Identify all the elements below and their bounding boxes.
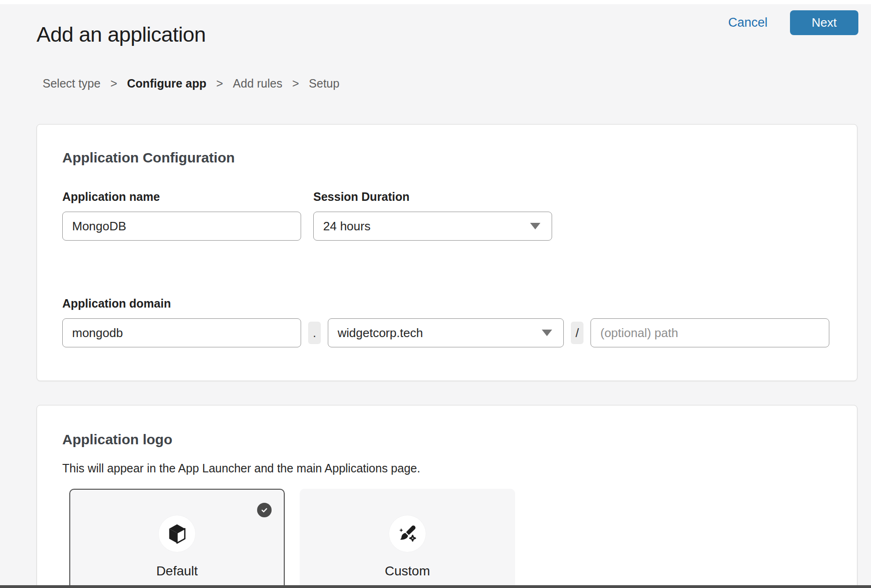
custom-logo-circle — [389, 515, 426, 552]
default-logo-circle — [159, 515, 195, 552]
domain-select[interactable]: widgetcorp.tech — [328, 318, 564, 347]
logo-option-label: Custom — [385, 564, 430, 579]
step-configure-app[interactable]: Configure app — [127, 77, 206, 90]
logo-option-label: Default — [156, 564, 198, 579]
logo-heading: Application logo — [62, 432, 832, 448]
logo-option-custom[interactable]: Custom — [300, 489, 515, 588]
application-configuration-card: Application Configuration Application na… — [37, 124, 857, 381]
step-separator: > — [111, 77, 118, 90]
application-name-input[interactable] — [62, 212, 301, 241]
next-button[interactable]: Next — [790, 10, 858, 35]
step-select-type[interactable]: Select type — [43, 77, 101, 90]
chevron-down-icon — [530, 223, 540, 229]
logo-option-default[interactable]: Default — [69, 489, 285, 588]
paintbrush-icon — [397, 523, 418, 544]
header-actions: Cancel Next — [728, 10, 858, 35]
step-add-rules[interactable]: Add rules — [233, 77, 282, 90]
path-input[interactable] — [591, 318, 829, 347]
session-duration-value: 24 hours — [323, 219, 370, 234]
step-separator: > — [292, 77, 299, 90]
session-duration-label: Session Duration — [313, 190, 552, 204]
logo-options: Default Custom — [69, 489, 832, 588]
bottom-edge-bar — [0, 585, 871, 588]
step-separator: > — [216, 77, 223, 90]
check-icon — [260, 506, 269, 514]
domain-value: widgetcorp.tech — [338, 326, 423, 340]
wizard-steps: Select type > Configure app > Add rules … — [43, 77, 340, 90]
logo-description: This will appear in the App Launcher and… — [62, 462, 832, 475]
selected-check-badge — [257, 503, 272, 517]
session-duration-select[interactable]: 24 hours — [313, 212, 552, 241]
page-title: Add an application — [37, 22, 206, 47]
dot-separator: . — [308, 322, 321, 344]
top-edge-strip — [0, 0, 871, 4]
application-domain-label: Application domain — [62, 297, 301, 310]
chevron-down-icon — [542, 330, 552, 336]
slash-separator: / — [571, 322, 583, 344]
application-name-label: Application name — [62, 190, 301, 204]
application-logo-card: Application logo This will appear in the… — [37, 405, 857, 588]
cube-icon — [168, 523, 186, 544]
configuration-heading: Application Configuration — [62, 150, 832, 166]
subdomain-input[interactable] — [62, 318, 301, 347]
step-setup[interactable]: Setup — [309, 77, 340, 90]
cancel-button[interactable]: Cancel — [728, 15, 768, 30]
